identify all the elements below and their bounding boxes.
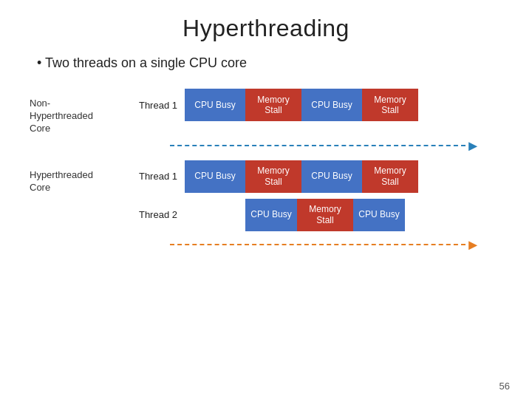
page: Hyperthreading • Two threads on a single… <box>0 0 532 399</box>
hyperthreaded-label: Hyperthreaded Core <box>30 160 126 194</box>
ht-thread1-label: Thread 1 <box>126 171 185 182</box>
non-hyperthreaded-section: Non- Hyperthreaded Core Thread 1 CPU Bus… <box>30 89 502 135</box>
ht2-mem-block-1: MemoryStall <box>297 199 353 231</box>
arrow1-head: ► <box>466 138 480 153</box>
hyperthreaded-section: Hyperthreaded Core Thread 1 CPU Busy Mem… <box>30 160 502 234</box>
ht-mem-block-1: MemoryStall <box>245 160 301 193</box>
ht2-cpu-block-1: CPU Busy <box>245 199 297 231</box>
non-hyperthreaded-label: Non- Hyperthreaded Core <box>30 89 126 135</box>
mem-block-1: MemoryStall <box>245 89 301 121</box>
ht-thread1-blocks: CPU Busy MemoryStall CPU Busy MemoryStal… <box>185 160 418 193</box>
page-title: Hyperthreading <box>30 15 502 42</box>
thread1-label: Thread 1 <box>126 100 185 111</box>
thread1-row: Thread 1 CPU Busy MemoryStall CPU Busy M… <box>126 89 418 121</box>
arrow2-head: ► <box>466 237 480 252</box>
thread1-blocks: CPU Busy MemoryStall CPU Busy MemoryStal… <box>185 89 418 121</box>
arrow1: ► <box>170 138 480 153</box>
dashed-line-1 <box>170 145 466 146</box>
ht-thread1-row: Thread 1 CPU Busy MemoryStall CPU Busy M… <box>126 160 418 193</box>
cpu-block-1: CPU Busy <box>185 89 245 121</box>
ht-cpu-block-1: CPU Busy <box>185 160 245 193</box>
arrow2: ► <box>170 237 480 252</box>
dashed-line-2 <box>170 244 466 245</box>
arrow2-row: ► <box>30 237 502 252</box>
gap-spacer <box>185 199 245 231</box>
cpu-block-2: CPU Busy <box>301 89 362 121</box>
hyperthreaded-content: Thread 1 CPU Busy MemoryStall CPU Busy M… <box>126 160 418 234</box>
ht-mem-block-2: MemoryStall <box>362 160 418 193</box>
ht-cpu-block-2: CPU Busy <box>301 160 362 193</box>
arrow1-row: ► <box>30 138 502 153</box>
bullet-point: • Two threads on a single CPU core <box>30 55 502 71</box>
page-number: 56 <box>499 381 510 392</box>
ht-thread2-label: Thread 2 <box>126 209 185 220</box>
non-hyperthreaded-content: Thread 1 CPU Busy MemoryStall CPU Busy M… <box>126 89 418 124</box>
ht2-cpu-block-2: CPU Busy <box>353 199 405 231</box>
ht-thread2-blocks: CPU Busy MemoryStall CPU Busy <box>185 199 405 231</box>
mem-block-2: MemoryStall <box>362 89 418 121</box>
ht-thread2-row: Thread 2 CPU Busy MemoryStall CPU Busy <box>126 199 418 231</box>
